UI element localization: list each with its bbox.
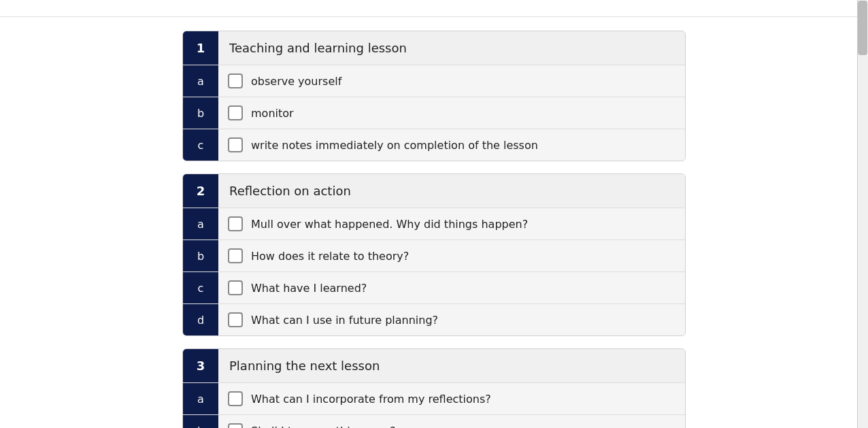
item-label-2-3: c	[183, 272, 218, 303]
item-label-3-1: a	[183, 383, 218, 414]
checkbox-3-2[interactable]	[228, 423, 243, 428]
section-number-2: 2	[183, 174, 218, 208]
checkbox-1-3[interactable]	[228, 137, 243, 152]
item-content-2-4: What can I use in future planning?	[218, 304, 448, 335]
section-header-3: 3Planning the next lesson	[183, 349, 685, 382]
section-items-2: aMull over what happened. Why did things…	[183, 208, 685, 335]
item-label-2-2: b	[183, 240, 218, 271]
item-row-1-3: cwrite notes immediately on completion o…	[183, 129, 685, 161]
scrollbar-area[interactable]	[857, 0, 868, 428]
item-content-2-1: Mull over what happened. Why did things …	[218, 208, 537, 240]
item-text-3-1: What can I incorporate from my reflectio…	[251, 393, 491, 406]
item-text-2-3: What have I learned?	[251, 282, 367, 295]
item-content-1-3: write notes immediately on completion of…	[218, 129, 548, 161]
checkbox-2-3[interactable]	[228, 280, 243, 295]
item-label-1-2: b	[183, 97, 218, 129]
checkbox-2-2[interactable]	[228, 248, 243, 263]
section-title-2: Reflection on action	[218, 174, 362, 208]
section-3: 3Planning the next lessonaWhat can I inc…	[182, 348, 686, 428]
item-content-1-1: observe yourself	[218, 65, 351, 97]
item-text-2-2: How does it relate to theory?	[251, 250, 409, 263]
section-number-3: 3	[183, 349, 218, 382]
item-text-1-3: write notes immediately on completion of…	[251, 139, 538, 152]
item-row-2-4: dWhat can I use in future planning?	[183, 303, 685, 335]
item-row-1-2: bmonitor	[183, 97, 685, 129]
item-row-3-1: aWhat can I incorporate from my reflecti…	[183, 382, 685, 414]
section-items-3: aWhat can I incorporate from my reflecti…	[183, 382, 685, 428]
checkbox-2-1[interactable]	[228, 216, 243, 231]
checkbox-1-2[interactable]	[228, 105, 243, 120]
item-label-1-3: c	[183, 129, 218, 161]
item-row-2-1: aMull over what happened. Why did things…	[183, 208, 685, 240]
section-title-1: Teaching and learning lesson	[218, 31, 418, 65]
item-text-3-2: Shall I try something new?	[251, 425, 396, 429]
item-label-1-1: a	[183, 65, 218, 97]
item-content-3-1: What can I incorporate from my reflectio…	[218, 383, 501, 414]
item-row-2-2: bHow does it relate to theory?	[183, 240, 685, 271]
item-content-3-2: Shall I try something new?	[218, 415, 405, 428]
item-text-2-4: What can I use in future planning?	[251, 314, 438, 327]
section-header-1: 1Teaching and learning lesson	[183, 31, 685, 65]
item-row-1-1: aobserve yourself	[183, 65, 685, 97]
item-content-1-2: monitor	[218, 97, 303, 129]
item-content-2-2: How does it relate to theory?	[218, 240, 418, 271]
section-number-1: 1	[183, 31, 218, 65]
section-2: 2Reflection on actionaMull over what hap…	[182, 174, 686, 336]
item-text-2-1: Mull over what happened. Why did things …	[251, 218, 528, 231]
item-row-3-2: bShall I try something new?	[183, 414, 685, 428]
checkbox-1-1[interactable]	[228, 73, 243, 88]
section-header-2: 2Reflection on action	[183, 174, 685, 208]
item-content-2-3: What have I learned?	[218, 272, 376, 303]
item-text-1-1: observe yourself	[251, 75, 341, 88]
item-row-2-3: cWhat have I learned?	[183, 271, 685, 303]
checkbox-2-4[interactable]	[228, 312, 243, 327]
item-label-3-2: b	[183, 415, 218, 428]
section-title-3: Planning the next lesson	[218, 349, 390, 382]
header	[0, 0, 868, 17]
item-label-2-4: d	[183, 304, 218, 335]
section-items-1: aobserve yourselfbmonitorcwrite notes im…	[183, 65, 685, 161]
checklist-container: 1Teaching and learning lessonaobserve yo…	[182, 31, 686, 428]
checkbox-3-1[interactable]	[228, 391, 243, 406]
item-text-1-2: monitor	[251, 107, 294, 120]
item-label-2-1: a	[183, 208, 218, 240]
section-1: 1Teaching and learning lessonaobserve yo…	[182, 31, 686, 161]
main-content: 1Teaching and learning lessonaobserve yo…	[0, 17, 868, 428]
scrollbar-thumb[interactable]	[858, 1, 867, 55]
